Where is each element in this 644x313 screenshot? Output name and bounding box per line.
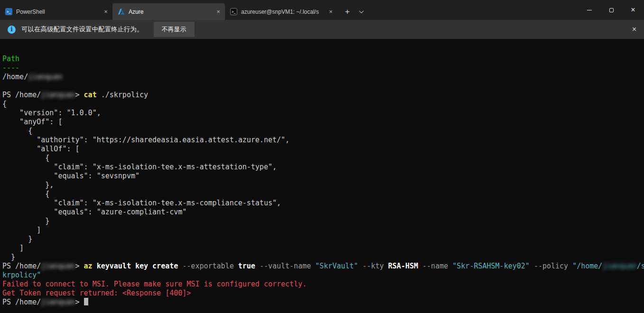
redacted-text: jianquan	[28, 73, 62, 81]
tab-title: PowerShell	[16, 9, 98, 15]
maximize-button[interactable]	[600, 0, 622, 20]
maximize-icon	[609, 8, 614, 12]
terminal-text: true	[238, 262, 255, 270]
terminal-text	[384, 262, 388, 270]
terminal-text	[530, 262, 534, 270]
terminal-text: "claim": "x-ms-isolation-tee.x-ms-attest…	[2, 163, 277, 171]
terminal-text: {	[2, 100, 7, 108]
terminal-text: "equals": "azure-compliant-cvm"	[2, 208, 187, 216]
terminal-text: PS /home/	[2, 91, 41, 99]
terminal-text: "anyOf": [	[2, 118, 62, 126]
notification-bar: i 可以在高级配置文件设置中配置终止行为。 不再显示 ×	[0, 20, 644, 39]
tab-close-icon[interactable]: ×	[102, 8, 110, 16]
terminal-line: }	[2, 235, 644, 244]
notification-text: 可以在高级配置文件设置中配置终止行为。	[21, 25, 143, 34]
terminal-line: "allOf": [	[2, 145, 644, 154]
terminal-text	[93, 262, 97, 270]
terminal-text	[255, 262, 260, 270]
terminal-line: PS /home/jianquan>	[2, 298, 644, 307]
close-icon: ×	[631, 6, 635, 14]
terminal-text: RSA-HSM	[388, 262, 418, 270]
terminal-line: }	[2, 253, 644, 262]
redacted-text: jianquan	[41, 262, 75, 270]
info-icon: i	[8, 26, 16, 34]
terminal-text: "/home/	[572, 262, 602, 270]
terminal-text: }	[2, 235, 32, 243]
terminal-line: ]	[2, 244, 644, 253]
terminal-line: "version": "1.0.0",	[2, 109, 644, 118]
terminal-text: --kty	[363, 262, 384, 270]
terminal-text	[448, 262, 452, 270]
terminal-text: {	[2, 154, 49, 162]
terminal-line: "claim": "x-ms-isolation-tee.x-ms-compli…	[2, 199, 644, 208]
terminal-cursor	[84, 298, 88, 305]
new-tab-button[interactable]: +	[340, 3, 355, 20]
terminal-text: --policy	[534, 262, 568, 270]
terminal-text: Path	[2, 55, 19, 63]
tab-title: azureuser@snpVM1: ~/.local/s	[241, 9, 323, 15]
close-button[interactable]: ×	[622, 0, 644, 20]
tab-close-icon[interactable]: ×	[215, 8, 222, 16]
terminal-text: >	[75, 298, 84, 306]
terminal-line: "equals": "azure-compliant-cvm"	[2, 208, 644, 217]
terminal-text: --vault-name	[260, 262, 311, 270]
tab-close-icon[interactable]: ×	[327, 8, 335, 16]
terminal-line: {	[2, 154, 644, 163]
tab-powershell[interactable]: >_ PowerShell ×	[0, 3, 112, 20]
tab-azure[interactable]: Azure ×	[112, 3, 225, 20]
terminal-line: "claim": "x-ms-isolation-tee.x-ms-attest…	[2, 163, 644, 172]
terminal-text: ]	[2, 226, 41, 234]
terminal-text: /s	[637, 262, 644, 270]
azure-icon	[118, 8, 125, 15]
terminal-content[interactable]: Path----/home/jianquan PS /home/jianquan…	[0, 39, 644, 313]
terminal-text: "claim": "x-ms-isolation-tee.x-ms-compli…	[2, 199, 281, 207]
terminal-text: ./skrpolicy	[97, 91, 148, 99]
terminal-text: "authority": "https://sharedeasia.easia.…	[2, 136, 289, 144]
tab-title: Azure	[129, 9, 211, 15]
terminal-text: PS /home/	[2, 298, 41, 306]
terminal-text: --exportable	[182, 262, 233, 270]
redacted-text: jianquan	[41, 91, 75, 99]
terminal-line: Get Token request returned: <Response [4…	[2, 289, 644, 298]
redacted-text: jianquan	[41, 298, 75, 306]
terminal-line: "equals": "sevsnpvm"	[2, 172, 644, 181]
minimize-icon	[587, 10, 592, 10]
terminal-text: --name	[422, 262, 448, 270]
minimize-button[interactable]	[579, 0, 600, 20]
terminal-line: },	[2, 181, 644, 190]
terminal-line	[2, 82, 644, 91]
terminal-text: "version": "1.0.0",	[2, 109, 101, 117]
tab-ssh-session[interactable]: >_ azureuser@snpVM1: ~/.local/s ×	[225, 3, 337, 20]
terminal-text: ]	[2, 244, 24, 252]
terminal-line: "authority": "https://sharedeasia.easia.…	[2, 136, 644, 145]
tab-dropdown-button[interactable]	[355, 3, 368, 20]
terminal-text: Failed to connect to MSI. Please make su…	[2, 280, 307, 288]
terminal-line: {	[2, 100, 644, 109]
titlebar[interactable]: >_ PowerShell × Azure × >_ azureuser@snp…	[0, 0, 644, 20]
drag-region[interactable]	[368, 0, 579, 20]
terminal-text: }	[2, 253, 15, 261]
terminal-text: "allOf": [	[2, 145, 80, 153]
terminal-text: "equals": "sevsnpvm"	[2, 172, 140, 180]
terminal-text	[568, 262, 572, 270]
chevron-down-icon	[359, 9, 364, 13]
terminal-line: PS /home/jianquan> cat ./skrpolicy	[2, 91, 644, 100]
terminal-line: }	[2, 217, 644, 226]
dismiss-button[interactable]: 不再显示	[154, 22, 195, 37]
terminal-line: ----	[2, 64, 644, 73]
console-icon: >_	[230, 8, 237, 15]
terminal-text: {	[2, 127, 32, 135]
terminal-text	[311, 262, 315, 270]
terminal-text: }	[2, 217, 49, 225]
terminal-text: az	[84, 262, 93, 270]
powershell-icon: >_	[5, 8, 12, 15]
terminal-text: cat	[84, 91, 97, 99]
terminal-text: "Skr-RSAHSM-key02"	[452, 262, 530, 270]
terminal-text: /home/	[2, 73, 28, 81]
terminal-text	[358, 262, 363, 270]
terminal-line: Path	[2, 55, 644, 64]
terminal-text: krpolicy"	[2, 271, 41, 279]
notification-close-icon[interactable]: ×	[632, 26, 636, 33]
terminal-text	[234, 262, 238, 270]
terminal-text: },	[2, 181, 54, 189]
